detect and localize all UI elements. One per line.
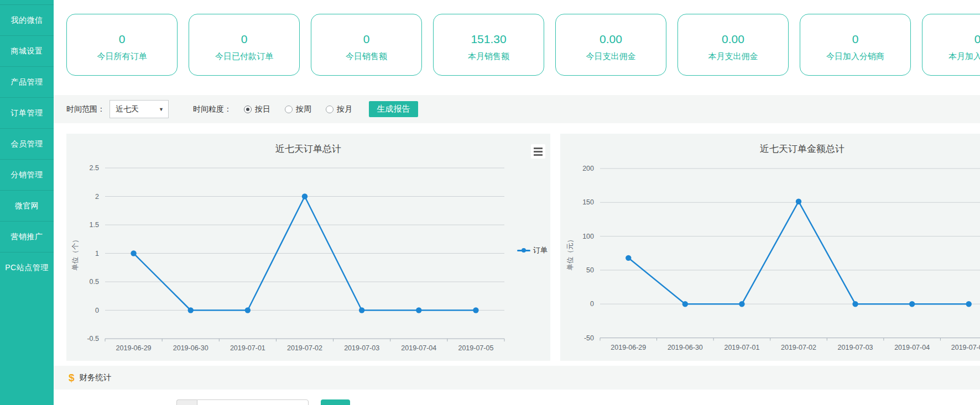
stat-label: 今日销售额 bbox=[346, 51, 387, 62]
orders-line-chart: 2.521.510.50-0.52019-06-292019-06-302019… bbox=[66, 134, 550, 361]
radio-label: 按月 bbox=[337, 104, 352, 114]
sidebar-item-label: 订单管理 bbox=[11, 108, 43, 118]
finance-section-title: 财务统计 bbox=[80, 372, 112, 383]
svg-text:1.5: 1.5 bbox=[90, 221, 99, 229]
svg-text:2: 2 bbox=[95, 193, 99, 201]
stat-card-today-orders: 0 今日所有订单 bbox=[66, 14, 178, 76]
stat-value: 0.00 bbox=[600, 33, 622, 46]
sidebar-item-members[interactable]: 会员管理 bbox=[0, 128, 54, 159]
radio-icon bbox=[326, 106, 333, 113]
stat-value: 0 bbox=[852, 33, 859, 46]
input-addon bbox=[176, 399, 197, 405]
svg-text:单位（个）: 单位（个） bbox=[71, 236, 79, 271]
time-range-selected-value: 近七天 bbox=[116, 104, 139, 114]
chart-menu-icon[interactable] bbox=[531, 144, 545, 159]
svg-text:单位（元）: 单位（元） bbox=[566, 236, 574, 271]
stat-card-row: 0 今日所有订单 0 今日已付款订单 0 今日销售额 151.30 本月销售额 … bbox=[66, 14, 980, 76]
sidebar-item-label: 产品管理 bbox=[11, 77, 43, 87]
stat-label: 本月加入分销商 bbox=[948, 51, 980, 62]
svg-text:150: 150 bbox=[582, 198, 594, 206]
stat-label: 今日已付款订单 bbox=[215, 51, 273, 62]
finance-text-input[interactable] bbox=[197, 399, 309, 405]
finance-action-button[interactable] bbox=[321, 399, 350, 405]
stat-card-today-paid-orders: 0 今日已付款订单 bbox=[189, 14, 300, 76]
sidebar-item-shop-settings[interactable]: 商城设置 bbox=[0, 35, 54, 66]
svg-text:0: 0 bbox=[590, 300, 594, 308]
svg-text:2019-07-02: 2019-07-02 bbox=[287, 344, 322, 352]
filter-bar: 时间范围： 近七天 ▼ 时间粒度： 按日 按周 按月 生成报告 bbox=[54, 95, 980, 123]
svg-text:2019-07-04: 2019-07-04 bbox=[401, 344, 436, 352]
stat-value: 0 bbox=[119, 33, 126, 46]
finance-input-group bbox=[176, 399, 309, 405]
svg-text:2019-07-03: 2019-07-03 bbox=[344, 344, 379, 352]
svg-text:2019-07-01: 2019-07-01 bbox=[230, 344, 265, 352]
sidebar-item-label: 商城设置 bbox=[11, 46, 43, 56]
stat-label: 本月支出佣金 bbox=[708, 51, 758, 62]
sidebar-item-label: 营销推广 bbox=[11, 232, 43, 242]
generate-report-button[interactable]: 生成报告 bbox=[369, 101, 418, 117]
stat-value: 0.00 bbox=[722, 33, 744, 46]
sidebar-item-micro-site[interactable]: 微官网 bbox=[0, 190, 54, 221]
legend-label: 订单 bbox=[533, 245, 548, 255]
stat-value: 0 bbox=[241, 33, 248, 46]
sidebar: 我的微信 商城设置 产品管理 订单管理 会员管理 分销管理 微官网 营销推广 P… bbox=[0, 0, 54, 405]
stat-label: 今日所有订单 bbox=[97, 51, 147, 62]
stat-value: 151.30 bbox=[471, 33, 506, 46]
sidebar-item-label: 微官网 bbox=[15, 201, 39, 211]
orders-chart-panel: 2.521.510.50-0.52019-06-292019-06-302019… bbox=[66, 134, 550, 361]
granularity-label: 时间粒度： bbox=[193, 104, 232, 114]
svg-text:0.5: 0.5 bbox=[90, 278, 99, 286]
time-range-select[interactable]: 近七天 ▼ bbox=[110, 100, 169, 118]
radio-by-day[interactable]: 按日 bbox=[244, 104, 270, 114]
orders-chart-title: 近七天订单总计 bbox=[66, 143, 550, 155]
line-series-marker-icon bbox=[517, 246, 530, 254]
radio-icon bbox=[285, 106, 293, 113]
svg-text:2019-06-30: 2019-06-30 bbox=[173, 344, 208, 352]
stat-card-today-distributors: 0 今日加入分销商 bbox=[800, 14, 911, 76]
sidebar-item-label: 会员管理 bbox=[11, 139, 43, 149]
svg-text:2019-07-01: 2019-07-01 bbox=[724, 344, 759, 351]
radio-icon bbox=[244, 106, 252, 113]
sidebar-item-products[interactable]: 产品管理 bbox=[0, 66, 54, 97]
sidebar-item-wechat[interactable]: 我的微信 bbox=[0, 4, 54, 35]
sidebar-item-label: PC站点管理 bbox=[5, 263, 48, 273]
svg-text:2.5: 2.5 bbox=[90, 164, 99, 172]
sidebar-item-marketing[interactable]: 营销推广 bbox=[0, 221, 54, 252]
radio-by-week[interactable]: 按周 bbox=[285, 104, 311, 114]
granularity-radio-group: 按日 按周 按月 bbox=[244, 104, 352, 114]
chevron-down-icon: ▼ bbox=[159, 107, 164, 112]
stat-value: 0 bbox=[974, 33, 980, 46]
svg-text:2019-06-29: 2019-06-29 bbox=[116, 344, 152, 352]
svg-text:2019-07-04: 2019-07-04 bbox=[894, 344, 930, 351]
sidebar-item-label: 分销管理 bbox=[11, 170, 43, 180]
stat-card-month-sales: 151.30 本月销售额 bbox=[433, 14, 544, 76]
sidebar-item-pc-site[interactable]: PC站点管理 bbox=[0, 252, 54, 283]
stat-label: 今日支出佣金 bbox=[586, 51, 636, 62]
order-amount-chart-panel: 200150100500-502019-06-292019-06-302019-… bbox=[560, 134, 980, 361]
stat-card-today-sales: 0 今日销售额 bbox=[311, 14, 422, 76]
svg-text:0: 0 bbox=[95, 307, 99, 314]
svg-text:2019-07-05: 2019-07-05 bbox=[951, 344, 980, 351]
sidebar-item-orders[interactable]: 订单管理 bbox=[0, 97, 54, 128]
svg-text:100: 100 bbox=[582, 233, 594, 240]
sidebar-item-distribution[interactable]: 分销管理 bbox=[0, 159, 54, 190]
time-range-label: 时间范围： bbox=[66, 104, 105, 114]
stat-value: 0 bbox=[363, 33, 370, 46]
radio-by-month[interactable]: 按月 bbox=[326, 104, 352, 114]
order-amount-chart-title: 近七天订单金额总计 bbox=[560, 143, 980, 155]
orders-legend-item[interactable]: 订单 bbox=[517, 245, 548, 255]
svg-text:1: 1 bbox=[95, 250, 99, 257]
finance-section-header: $ 财务统计 bbox=[54, 366, 980, 390]
main-content: 0 今日所有订单 0 今日已付款订单 0 今日销售额 151.30 本月销售额 … bbox=[54, 0, 980, 405]
svg-text:-50: -50 bbox=[584, 334, 594, 342]
stat-card-today-commission: 0.00 今日支出佣金 bbox=[555, 14, 666, 76]
svg-text:2019-06-30: 2019-06-30 bbox=[668, 344, 703, 351]
stat-label: 本月销售额 bbox=[468, 51, 509, 62]
stat-card-month-commission: 0.00 本月支出佣金 bbox=[677, 14, 789, 76]
stat-label: 今日加入分销商 bbox=[826, 51, 884, 62]
stat-card-month-distributors: 0 本月加入分销商 bbox=[922, 14, 980, 76]
svg-text:-0.5: -0.5 bbox=[87, 335, 99, 343]
radio-label: 按周 bbox=[296, 104, 311, 114]
svg-text:2019-07-02: 2019-07-02 bbox=[781, 344, 816, 351]
svg-text:200: 200 bbox=[582, 165, 594, 172]
